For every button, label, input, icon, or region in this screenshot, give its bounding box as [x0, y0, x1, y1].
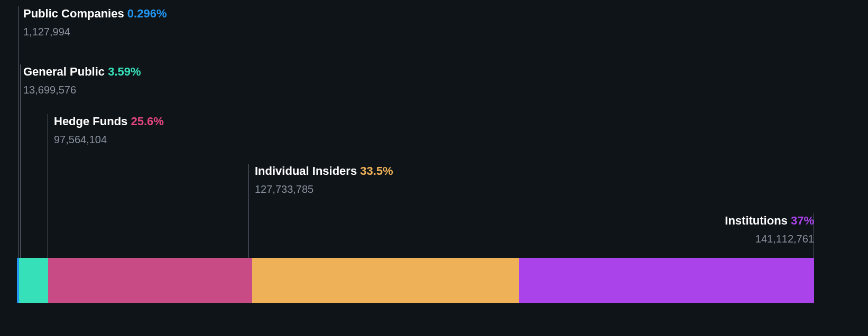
segment-title: Public Companies 0.296%	[23, 6, 167, 22]
segment-title: Institutions 37%	[725, 213, 814, 229]
segment-name: Public Companies	[23, 7, 124, 20]
segment-label-hedge-funds: Hedge Funds 25.6% 97,564,104	[54, 114, 164, 146]
segment-name: Individual Insiders	[255, 164, 357, 178]
segment-percent: 37%	[791, 214, 814, 227]
segment-title: Hedge Funds 25.6%	[54, 114, 164, 129]
segment-percent: 25.6%	[131, 115, 163, 128]
leader-line	[248, 164, 249, 258]
segment-percent: 33.5%	[360, 164, 393, 178]
segment-label-general-public: General Public 3.59% 13,699,576	[23, 64, 141, 97]
segment-shares: 141,112,761	[725, 232, 814, 246]
segment-shares: 1,127,994	[23, 25, 167, 39]
chart-labels-area: Public Companies 0.296% 1,127,994 Genera…	[17, 0, 814, 258]
bar-segment	[19, 258, 48, 303]
bar-segment	[252, 258, 519, 303]
stacked-bar	[17, 258, 814, 303]
bar-segment	[519, 258, 814, 303]
segment-name: Institutions	[725, 214, 788, 227]
leader-line	[48, 114, 48, 258]
segment-label-public-companies: Public Companies 0.296% 1,127,994	[23, 6, 167, 39]
segment-percent: 3.59%	[108, 65, 141, 78]
segment-title: Individual Insiders 33.5%	[255, 164, 393, 179]
segment-percent: 0.296%	[127, 7, 167, 20]
segment-name: Hedge Funds	[54, 115, 127, 128]
segment-shares: 97,564,104	[54, 133, 164, 146]
leader-line	[20, 64, 21, 258]
bar-segment	[48, 258, 252, 303]
segment-title: General Public 3.59%	[23, 64, 141, 80]
ownership-breakdown-chart: Public Companies 0.296% 1,127,994 Genera…	[17, 0, 814, 336]
segment-shares: 127,733,785	[255, 182, 393, 196]
segment-label-institutions: Institutions 37% 141,112,761	[725, 213, 814, 246]
segment-shares: 13,699,576	[23, 83, 141, 97]
leader-line	[18, 6, 19, 258]
segment-name: General Public	[23, 65, 105, 78]
segment-label-individual-insiders: Individual Insiders 33.5% 127,733,785	[255, 164, 393, 196]
